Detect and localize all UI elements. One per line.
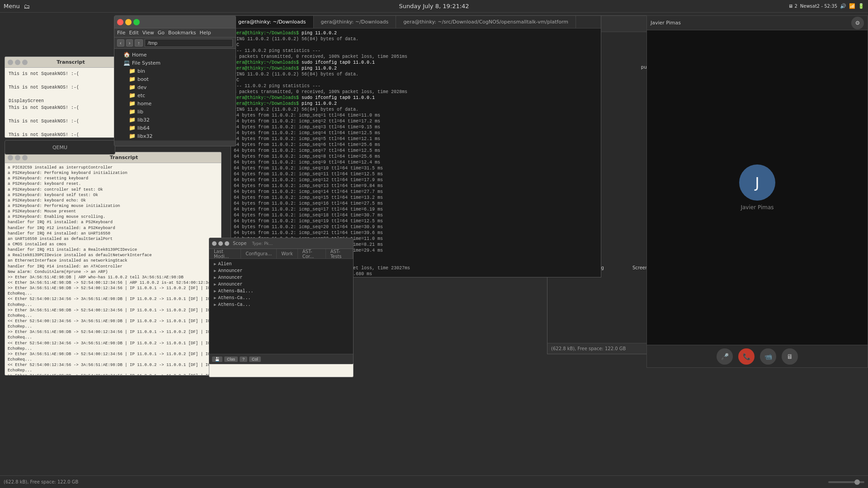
scope-tabs: Last Modi... Configura... Work AST-Cor..…	[209, 249, 353, 259]
menu-file[interactable]: File	[117, 30, 125, 36]
transcript-left-titlebar: Transcript	[5, 57, 115, 68]
menu-view[interactable]: View	[142, 30, 154, 36]
path-input[interactable]	[145, 39, 233, 47]
participant-name: Javier Pimas	[741, 204, 774, 211]
scope-tab-lastmod[interactable]: Last Modi...	[209, 249, 241, 258]
close-icon[interactable]	[8, 155, 13, 160]
chevron-right-icon: ▶	[214, 262, 216, 267]
qemu-label: QEMU	[52, 145, 67, 150]
tree-item-lostfound[interactable]: 📁 lost+found	[114, 140, 236, 141]
scope-titlebar: Scope Type: Pk...	[209, 238, 353, 249]
tree-item-home2[interactable]: 📁 home	[114, 99, 236, 108]
zoom-slider[interactable]	[828, 481, 864, 483]
tree-item-filesystem[interactable]: 💻 File System	[114, 59, 236, 67]
scope-item-athens-ca-2[interactable]: ▶ Athens-Ca...	[212, 301, 350, 308]
transcript-bottom-window: Transcript a PIC82C59 installed as inter…	[5, 152, 222, 375]
nav-forward[interactable]: ›	[126, 39, 133, 47]
tree-item-lib64[interactable]: 📁 lib64	[114, 124, 236, 132]
expand-icon[interactable]	[225, 241, 229, 246]
scope-btn-save[interactable]: 💾	[212, 357, 222, 362]
close-button[interactable]	[117, 19, 123, 25]
maximize-icon[interactable]	[22, 60, 28, 65]
scope-tab-config[interactable]: Configura...	[241, 249, 277, 258]
scope-item-announcer-1[interactable]: ▶ Announcer	[212, 267, 350, 274]
transcript-bottom-title: Transcript	[29, 155, 218, 160]
videocall-panel: Javier Pimas ⚙ J Javier Pimas 🎤 📞 📹 🖥	[646, 15, 868, 368]
scope-title: Scope	[233, 241, 246, 246]
scope-item-athens-bal[interactable]: ▶ Athens-Bal...	[212, 288, 350, 295]
share-button[interactable]: 🖥	[782, 348, 798, 365]
nav-back[interactable]: ‹	[117, 39, 124, 47]
folder-icon: 📁	[129, 68, 136, 74]
scope-tab-work[interactable]: Work	[277, 249, 297, 258]
datetime-display: Sunday July 8, 19:21:42	[399, 3, 469, 9]
mute-button[interactable]: 🎤	[717, 348, 733, 365]
chevron-right-icon: ▶	[214, 268, 216, 273]
menu-go[interactable]: Go	[158, 30, 165, 36]
menu-help[interactable]: Help	[200, 30, 211, 36]
scope-window: Scope Type: Pk... Last Modi... Configura…	[209, 238, 354, 364]
scope-item-athens-ca-1[interactable]: ▶ Athens-Ca...	[212, 295, 350, 301]
filemanager-menu: File Edit View Go Bookmarks Help	[114, 28, 236, 38]
minimize-button[interactable]	[125, 19, 132, 25]
filemanager-titlebar	[114, 16, 236, 28]
scope-content: ▶ Alien ▶ Announcer ▶ Announcer ▶ Announ…	[209, 259, 353, 364]
scope-btn-question[interactable]: ?	[240, 357, 247, 362]
scope-item-announcer-2[interactable]: ▶ Announcer	[212, 274, 350, 281]
filemanager-window: File Edit View Go Bookmarks Help ‹ › ↑ 🏠…	[114, 15, 236, 146]
close-icon[interactable]	[8, 60, 13, 65]
maximize-button[interactable]	[133, 19, 140, 25]
hangup-button[interactable]: 📞	[738, 348, 755, 365]
terminal-tab-1[interactable]: gera@thinky: ~/Downloads	[231, 16, 314, 28]
folder-icon: 📁	[129, 125, 136, 131]
settings-button[interactable]: ⚙	[851, 17, 864, 29]
terminal-tab-2[interactable]: gera@thinky: ~/Downloads	[314, 16, 396, 28]
videocall-header: Javier Pimas ⚙	[647, 16, 868, 30]
tree-item-etc[interactable]: 📁 etc	[114, 91, 236, 99]
chevron-right-icon: ▶	[214, 289, 216, 294]
folder-icon: 📁	[129, 92, 136, 99]
scope-item-alien[interactable]: ▶ Alien	[212, 261, 350, 267]
tree-item-home[interactable]: 🏠 Home	[114, 51, 236, 59]
minimize-icon[interactable]	[218, 241, 223, 246]
minimize-icon[interactable]	[15, 60, 20, 65]
tree-item-boot[interactable]: 📁 boot	[114, 75, 236, 83]
nav-up[interactable]: ↑	[135, 39, 143, 47]
menu-edit[interactable]: Edit	[129, 30, 138, 36]
videocall-footer: 🎤 📞 📹 🖥	[647, 345, 868, 367]
tree-item-bin[interactable]: 📁 bin	[114, 67, 236, 75]
menu-button[interactable]: Menu	[4, 3, 20, 9]
tree-item-lib[interactable]: 📁 lib	[114, 108, 236, 116]
videocall-video-area: J Javier Pimas	[647, 30, 868, 345]
close-icon[interactable]	[212, 241, 217, 246]
taskbar-bottom: (622.8 kB), Free space: 122.0 GB	[0, 475, 868, 488]
video-button[interactable]: 📹	[760, 348, 776, 365]
filemanager-tree: 🏠 Home 💻 File System 📁 bin 📁 boot 📁 dev …	[114, 49, 236, 141]
tree-item-dev[interactable]: 📁 dev	[114, 83, 236, 91]
scope-btn-col[interactable]: Col	[249, 357, 261, 362]
terminal-tabs: gera@thinky: ~/Downloads gera@thinky: ~/…	[231, 16, 601, 28]
folder-icon: 📁	[129, 100, 136, 107]
scope-tab-ast-cor[interactable]: AST-Cor...	[298, 249, 326, 258]
scope-bottom-bar: 💾 Clas ? Col	[209, 354, 353, 364]
tree-item-lib32[interactable]: 📁 lib32	[114, 116, 236, 124]
home-icon: 🏠	[123, 52, 130, 58]
tree-item-libx32[interactable]: 📁 libx32	[114, 132, 236, 140]
transcript-title: Transcript	[29, 59, 112, 65]
minimize-icon[interactable]	[15, 155, 20, 160]
chevron-right-icon: ▶	[214, 296, 216, 300]
videocall-title: Javier Pimas	[651, 20, 681, 26]
scope-tab-ast-tests[interactable]: AST-Tests	[326, 249, 353, 258]
maximize-icon[interactable]	[22, 155, 28, 160]
menu-bookmarks[interactable]: Bookmarks	[168, 30, 196, 36]
videocall-controls: ⚙	[851, 17, 864, 29]
taskbar-top: Menu 🗂 Sunday July 8, 19:21:42 🖥 2 Newsa…	[0, 0, 868, 13]
scope-item-announcer-3[interactable]: ▶ Announcer	[212, 281, 350, 288]
taskbar-left: Menu 🗂	[4, 3, 30, 10]
participant-avatar: J	[739, 164, 775, 201]
filesystem-icon: 💻	[123, 60, 130, 66]
terminal-tab-3[interactable]: gera@thinky: ~/src/Download/CogNOS/opens…	[396, 16, 576, 28]
folder-icon: 📁	[129, 117, 136, 123]
scope-btn-class[interactable]: Clas	[224, 357, 238, 362]
filemanager-toolbar: ‹ › ↑	[114, 38, 236, 49]
